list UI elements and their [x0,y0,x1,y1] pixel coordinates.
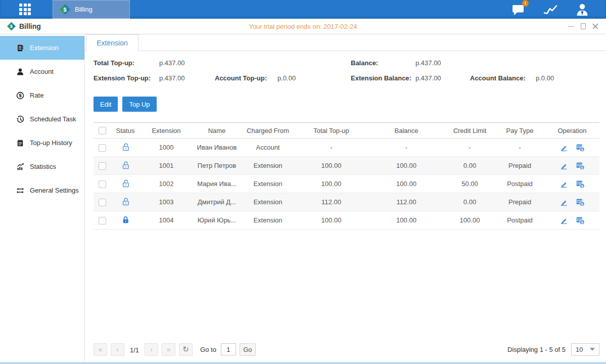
goto-label: Go to [200,346,216,353]
col-name: Name [193,123,241,139]
topup-icon[interactable]: $ [576,216,585,225]
billing-app-window: $ Billing ! [0,0,606,364]
edit-icon[interactable] [560,161,568,170]
col-total-topup: Total Top-up [295,123,368,139]
edit-icon[interactable] [560,179,568,188]
displaying-text: Displaying 1 - 5 of 5 [507,346,566,353]
cell-extension: 1003 [140,193,193,211]
main-content: Extension Total Top-up: p.437.00 Extensi… [85,34,606,362]
tab-strip: Extension [85,34,606,51]
messages-icon[interactable]: ! [511,2,526,17]
col-pay-type: Pay Type [495,123,545,139]
cell-extension: 1002 [140,175,193,193]
extension-balance-label: Extension Balance: [351,74,415,82]
sidebar-item-topup-history[interactable]: Top-up History [0,131,84,155]
page-size-select[interactable]: 10 [571,343,599,356]
edit-icon[interactable] [560,216,568,224]
sidebar-item-account[interactable]: Account [0,60,84,83]
taskbar-tab-billing[interactable]: $ Billing [53,0,130,19]
balance-value: p.437.00 [415,59,470,67]
unlocked-status-icon[interactable] [121,179,130,188]
first-page-button[interactable]: « [94,343,107,356]
table-header-row: Status Extension Name Charged From Total… [94,123,599,139]
user-icon[interactable] [575,2,590,17]
sidebar-item-scheduled-task[interactable]: Scheduled Task [0,107,84,131]
row-checkbox[interactable] [99,162,106,170]
col-credit-limit: Credit Limit [445,123,495,139]
topup-icon[interactable]: $ [576,143,585,152]
row-checkbox[interactable] [99,180,106,188]
top-navigation-bar: $ Billing ! [0,0,606,19]
locked-status-icon[interactable] [121,215,130,224]
row-checkbox[interactable] [99,217,106,224]
sidebar-item-statistics[interactable]: Statistics [0,155,84,178]
cell-charged-from: Extension [241,211,295,230]
cell-charged-from: Extension [241,157,295,175]
unlocked-status-icon[interactable] [121,161,130,169]
cell-extension: 1000 [140,139,193,157]
sidebar: Extension Account $ Rate [0,34,85,362]
last-page-button[interactable]: » [162,343,175,356]
sidebar-item-extension[interactable]: Extension [0,36,84,60]
close-button[interactable] [592,23,599,30]
sidebar-item-label: Scheduled Task [30,115,76,123]
billing-window-icon: $ [7,22,16,31]
cell-balance: 100.00 [368,157,445,175]
cell-balance: 100.00 [368,211,445,230]
sidebar-item-label: General Settings [30,187,79,194]
activity-chart-icon[interactable] [543,2,558,17]
sidebar-item-rate[interactable]: $ Rate [0,83,84,107]
sidebar-item-label: Rate [30,92,43,99]
apps-grid-icon[interactable] [19,4,31,16]
unlocked-status-icon[interactable] [121,197,130,206]
account-balance-label: Account Balance: [470,74,536,82]
table-row: 1003 Дмитрий Д... Extension 112.00 112.0… [94,193,599,211]
select-all-checkbox[interactable] [99,127,106,134]
next-page-button[interactable]: › [145,343,158,356]
cell-name: Иван Иванов [193,139,241,157]
cell-charged-from: Extension [241,193,295,211]
topup-icon[interactable]: $ [576,198,585,207]
col-charged-from: Charged From [241,123,295,139]
cell-total-topup: 100.00 [295,157,368,175]
cell-name: Петр Петров [193,157,241,175]
edit-icon[interactable] [560,198,568,206]
sidebar-item-label: Statistics [30,163,56,170]
chevron-down-icon [590,348,595,351]
cell-name: Юрий Юрь... [193,211,241,230]
summary-panel: Total Top-up: p.437.00 Extension Top-up:… [85,51,606,91]
maximize-button[interactable] [580,23,587,30]
unlocked-status-icon[interactable] [121,143,130,151]
cell-credit-limit: 50.00 [445,175,495,193]
topup-history-icon [16,139,24,147]
cell-balance: 112.00 [368,193,445,211]
cell-pay-type: - [495,139,545,157]
top-up-button[interactable]: Top Up [122,97,156,112]
minimize-button[interactable] [568,23,575,30]
sidebar-item-label: Extension [30,44,59,52]
edit-button[interactable]: Edit [94,97,118,112]
goto-page-input[interactable] [221,343,236,355]
topup-icon[interactable]: $ [576,161,585,170]
scheduled-task-icon [16,115,24,123]
go-button[interactable]: Go [240,343,256,356]
col-extension: Extension [140,123,193,139]
cell-total-topup: 100.00 [295,211,368,230]
col-status: Status [111,123,140,139]
pagination-bar: « ‹ 1/1 › » ↻ Go to Go Displaying 1 - 5 … [94,338,599,360]
cell-charged-from: Account [241,139,295,157]
edit-icon[interactable] [560,143,568,152]
extension-topup-value: p.437.00 [159,74,215,82]
tab-extension[interactable]: Extension [86,34,138,51]
topup-icon[interactable]: $ [576,179,585,189]
row-checkbox[interactable] [99,199,106,206]
row-checkbox[interactable] [99,144,106,152]
window-title: Billing [19,22,41,30]
sidebar-item-general-settings[interactable]: General Settings [0,178,84,202]
cell-pay-type: Prepaid [495,193,545,211]
prev-page-button[interactable]: ‹ [111,343,124,356]
cell-charged-from: Extension [241,175,295,193]
cell-credit-limit: 100.00 [445,211,495,230]
refresh-button[interactable]: ↻ [179,343,193,356]
page-indicator: 1/1 [130,346,139,354]
